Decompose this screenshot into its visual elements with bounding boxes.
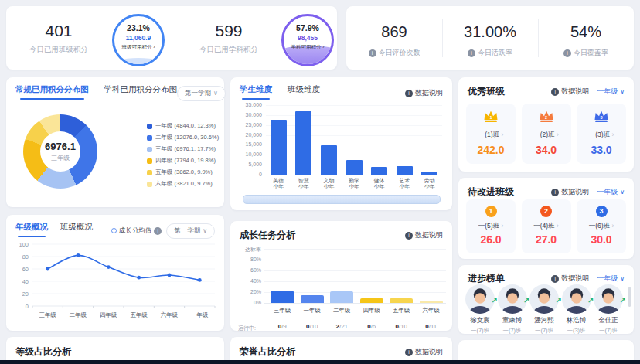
bar xyxy=(420,301,443,304)
gridline xyxy=(266,115,442,116)
gridline xyxy=(264,270,446,271)
y-tick-label: 25,000 xyxy=(237,122,262,128)
excellent-class-card[interactable]: 1一(1)班 ›242.0 xyxy=(466,104,516,164)
tab-grade-overview[interactable]: 年级概况 xyxy=(15,222,48,240)
growth-bar-chart: 达标率80%60%40%20%0%运行中:三年级0/9一年级0/10二年级2/2… xyxy=(237,243,446,326)
legend-swatch-icon xyxy=(147,158,152,164)
legend-label: 六年级 (3821.0, 9.7%) xyxy=(155,180,213,188)
metric-active-rate: 31.00% i今日活跃率 xyxy=(442,23,538,58)
chevron-down-icon: ∨ xyxy=(620,275,625,282)
running-total: /11 xyxy=(429,323,437,330)
legend-item: 六年级 (3821.0, 9.7%) xyxy=(147,180,219,188)
bar xyxy=(271,291,294,303)
x-tick-label: 三年级 xyxy=(267,307,298,315)
y-tick-label: 0 xyxy=(26,303,29,310)
donut-center-value: 6976.1 xyxy=(45,141,76,152)
grade-filter[interactable]: 一年级∨ xyxy=(597,274,625,284)
running-total: /10 xyxy=(309,323,318,330)
student-class: 一(3)班 xyxy=(561,327,592,335)
grade-filter[interactable]: 一年级∨ xyxy=(597,187,625,197)
chevron-down-icon: ∨ xyxy=(620,189,625,196)
tab-class-overview[interactable]: 班级概况 xyxy=(60,222,93,240)
class-name-text: 一(3)班 xyxy=(589,131,610,138)
gauge-amount: 11,060.9 xyxy=(114,34,162,42)
class-score: 26.0 xyxy=(466,233,516,246)
chevron-right-icon: › xyxy=(557,131,559,138)
metric-evaluations: 869 i今日评价次数 xyxy=(346,23,442,58)
student-name: 潘河熙 xyxy=(529,316,560,325)
grade-filter[interactable]: 一年级∨ xyxy=(597,87,625,97)
running-value: 0/9 xyxy=(267,323,298,330)
class-score: 34.0 xyxy=(522,144,571,156)
info-icon[interactable]: i xyxy=(369,49,376,57)
semester-filter[interactable]: 第一学期∨ xyxy=(166,223,215,239)
metrics-summary-card: 869 i今日评价次数 31.00% i今日活跃率 54% i今日覆盖率 xyxy=(346,6,634,70)
semester-filter[interactable]: 第一学期∨ xyxy=(177,86,226,101)
improve-class-card[interactable]: 2一(4)班 ›27.0 xyxy=(522,199,571,253)
improve-class-card[interactable]: 3一(6)班 ›30.0 xyxy=(577,199,626,253)
student-item[interactable]: ↗徐文宸一(7)班 xyxy=(465,284,495,335)
tab-class-dimension[interactable]: 班级维度 xyxy=(288,84,320,102)
student-class: 一(7)班 xyxy=(465,327,495,335)
legend-item: 五年级 (3862.0, 9.9%) xyxy=(147,168,219,176)
data-note[interactable]: i数据说明 xyxy=(551,187,589,197)
bar xyxy=(360,298,383,303)
data-note[interactable]: i数据说明 xyxy=(551,274,589,284)
horizontal-scrollbar[interactable] xyxy=(243,195,441,204)
avatar: ↗ xyxy=(529,284,559,314)
class-name-text: 一(6)班 xyxy=(589,222,610,230)
class-name-text: 一(1)班 xyxy=(478,131,499,138)
crown-icon: 2 xyxy=(538,110,555,124)
tab-regular-points[interactable]: 常规已用积分分布图 xyxy=(15,84,89,102)
vertical-scrollbar[interactable] xyxy=(628,287,631,307)
subject-available-gauge[interactable]: 57.9% 98,455 学科可用积分 › xyxy=(281,14,334,66)
crown-icon: 3 xyxy=(593,110,610,124)
info-icon[interactable]: i xyxy=(154,227,162,235)
excellent-class-card[interactable]: 3一(3)班 ›33.0 xyxy=(577,104,626,164)
tab-student-dimension[interactable]: 学生维度 xyxy=(240,84,272,102)
running-value: 0/10 xyxy=(298,323,328,330)
gridline xyxy=(266,105,442,106)
rank-number: 1 xyxy=(482,115,499,120)
gauge-caption: 班级可用积分 › xyxy=(114,44,162,51)
x-tick-label: 三年级 xyxy=(39,311,56,318)
points-distribution-card: 常规已用积分分布图 学科已用积分分布图 第一学期∨ 6976.1 三年级 一年级… xyxy=(6,77,224,207)
student-item[interactable]: ↗潘河熙一(7)班 xyxy=(529,284,560,335)
gridline xyxy=(266,125,442,126)
x-tick-label: 一年级 xyxy=(191,311,209,318)
data-note[interactable]: i数据说明 xyxy=(405,230,443,240)
running-total: /6 xyxy=(371,323,376,330)
student-name: 童康博 xyxy=(497,316,528,325)
improve-class-card[interactable]: 1一(5)班 ›26.0 xyxy=(466,199,516,253)
line-chart-svg: 020406080100三年级二年级四年级五年级六年级一年级 xyxy=(9,238,221,328)
info-icon[interactable]: i xyxy=(468,49,475,57)
gauge-caption: 学科可用积分 › xyxy=(284,44,332,51)
subject-points-stat: 599 今日已用学科积分 xyxy=(190,22,267,55)
line-series xyxy=(48,255,200,280)
bar xyxy=(421,172,437,175)
class-points-stat: 401 今日已用班级积分 xyxy=(20,22,97,55)
student-item[interactable]: ↗金佳正一(7)班 xyxy=(593,284,624,335)
data-note[interactable]: i数据说明 xyxy=(405,347,443,357)
tab-subject-points[interactable]: 学科已用积分分布图 xyxy=(104,84,178,102)
data-point xyxy=(198,278,202,282)
excellent-class-card[interactable]: 2一(2)班 ›34.0 xyxy=(522,104,571,164)
data-point xyxy=(137,276,141,280)
class-name-text: 一(5)班 xyxy=(478,222,499,230)
up-arrow-icon: ↗ xyxy=(620,296,626,304)
data-note[interactable]: i数据说明 xyxy=(551,87,589,97)
data-note[interactable]: i数据说明 xyxy=(405,88,443,98)
student-item[interactable]: ↗童康博一(7)班 xyxy=(497,284,528,335)
bar xyxy=(295,111,311,175)
bar xyxy=(371,167,387,175)
running-value: 0/11 xyxy=(417,323,447,330)
avatar-svg xyxy=(529,284,559,314)
rank-badge-icon: 1 xyxy=(485,206,497,217)
y-tick-label: 10,000 xyxy=(237,151,262,157)
class-available-gauge[interactable]: 23.1% 11,060.9 班级可用积分 › xyxy=(112,14,165,66)
info-icon[interactable]: i xyxy=(563,49,571,57)
avatar-svg xyxy=(465,284,495,314)
student-item[interactable]: ↗林浩博一(3)班 xyxy=(561,284,592,335)
x-tick-label: 四年级 xyxy=(100,311,117,318)
class-name-text: 一(4)班 xyxy=(533,222,554,230)
